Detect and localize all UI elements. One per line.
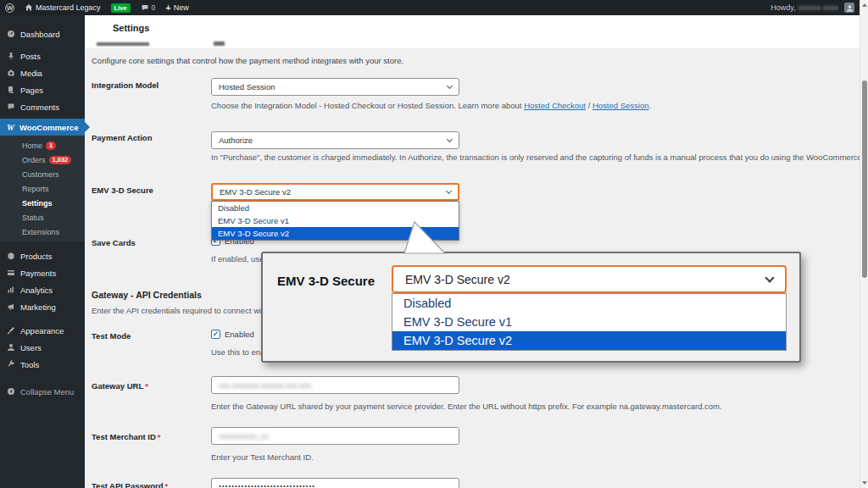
sidebar-item-label: Tools — [20, 360, 39, 369]
clipped-text-fragment — [97, 42, 149, 46]
magnifier-overlay: EMV 3-D Secure EMV 3-D Secure v2 Disable… — [261, 252, 801, 363]
user-icon — [7, 343, 15, 352]
check-icon: ✓ — [213, 330, 220, 338]
chevron-down-icon — [447, 82, 453, 88]
overlay-emv-label: EMV 3-D Secure — [277, 274, 375, 288]
test-api-password-label: Test API Password* — [92, 481, 168, 488]
submenu-item-customers[interactable]: Customers — [0, 167, 85, 181]
submenu-item-label: Status — [22, 214, 44, 222]
label-text: Test Merchant ID — [92, 432, 156, 441]
submenu-item-status[interactable]: Status — [0, 210, 85, 225]
test-mode-label: Test Mode — [92, 331, 131, 341]
section-intro: Configure core settings that control how… — [92, 56, 403, 65]
collapse-arrow-icon — [7, 387, 15, 396]
sidebar-item-comments[interactable]: Comments — [0, 98, 85, 115]
site-name-link[interactable]: Mastercard Legacy — [19, 0, 106, 15]
sidebar-item-pages[interactable]: Pages — [0, 81, 85, 98]
emv-select[interactable]: EMV 3-D Secure v2 — [211, 183, 459, 201]
admin-sidebar: Dashboard Posts Media Pages Comments W W… — [0, 15, 85, 488]
submenu-item-extensions[interactable]: Extensions — [0, 225, 85, 239]
api-credentials-section-title: Gateway - API Credentials — [92, 290, 202, 300]
label-text: Test API Password — [92, 481, 163, 488]
integration-model-select[interactable]: Hosted Session — [211, 78, 459, 96]
sidebar-item-label: Analytics — [20, 286, 53, 295]
comments-link[interactable]: 0 — [136, 0, 161, 15]
collapse-menu-button[interactable]: Collapse Menu — [0, 383, 85, 400]
sidebar-item-marketing[interactable]: Marketing — [0, 298, 85, 315]
count-badge: 1 — [46, 141, 56, 150]
sidebar-item-products[interactable]: Products — [0, 247, 85, 264]
payment-action-select[interactable]: Authorize — [211, 131, 459, 149]
emv-label: EMV 3-D Secure — [92, 186, 153, 195]
site-name: Mastercard Legacy — [36, 3, 101, 12]
wordpress-logo-menu[interactable]: W — [0, 0, 19, 15]
sidebar-item-analytics[interactable]: Analytics — [0, 281, 85, 298]
sidebar-item-media[interactable]: Media — [0, 64, 85, 81]
required-asterisk: * — [158, 432, 161, 441]
test-mode-checkbox[interactable]: ✓ — [211, 330, 220, 339]
sidebar-item-label: Collapse Menu — [20, 387, 74, 396]
sidebar-item-payments[interactable]: Payments — [0, 264, 85, 281]
sidebar-item-label: Marketing — [20, 302, 56, 312]
redacted-value: xxx.xxxxxxx.xxxxxx.xxx.xxx — [219, 381, 311, 390]
sidebar-item-label: Products — [20, 252, 53, 261]
submenu-item-reports[interactable]: Reports — [0, 181, 85, 196]
submenu-item-label: Customers — [22, 170, 59, 179]
test-merchant-id-input[interactable]: xxxxxxxxxx_xx — [211, 427, 459, 445]
gateway-url-label: Gateway URL* — [92, 381, 148, 391]
overlay-option-disabled[interactable]: Disabled — [392, 294, 786, 313]
submenu-item-home[interactable]: Home 1 — [0, 138, 85, 152]
sidebar-item-label: Pages — [20, 86, 43, 95]
required-asterisk: * — [145, 381, 148, 391]
scrollbar-down-arrow[interactable] — [862, 481, 867, 485]
camera-icon — [7, 69, 15, 77]
environment-badge: Live — [106, 0, 136, 15]
howdy-text: Howdy, — [771, 3, 795, 12]
overlay-option-v1[interactable]: EMV 3-D Secure v1 — [392, 313, 786, 331]
wrench-icon — [7, 360, 15, 369]
user-display-name: xxxxxx xxxx — [798, 3, 838, 12]
wordpress-admin-screen: W Mastercard Legacy Live 0 + New Howdy, … — [0, 0, 868, 488]
sidebar-item-label: Payments — [20, 269, 56, 278]
active-menu-arrow — [85, 122, 90, 132]
woocommerce-icon: W — [7, 123, 14, 132]
sidebar-item-appearance[interactable]: Appearance — [0, 322, 85, 339]
person-icon — [846, 4, 854, 12]
hosted-checkout-link[interactable]: Hosted Checkout — [524, 101, 586, 110]
hosted-session-link[interactable]: Hosted Session — [593, 101, 649, 110]
sidebar-item-woocommerce[interactable]: W WooCommerce — [0, 119, 85, 136]
admin-bar: W Mastercard Legacy Live 0 + New Howdy, … — [0, 0, 860, 15]
sidebar-item-tools[interactable]: Tools — [0, 356, 85, 373]
scrollbar-thumb[interactable] — [862, 80, 867, 278]
credit-card-icon — [7, 269, 15, 277]
sidebar-item-users[interactable]: Users — [0, 339, 85, 356]
overlay-option-v2-selected[interactable]: EMV 3-D Secure v2 — [392, 331, 786, 350]
submenu-item-settings[interactable]: Settings — [0, 196, 85, 210]
save-cards-label: Save Cards — [92, 238, 136, 247]
clipped-heading-strip — [85, 41, 860, 48]
submenu-item-label: Settings — [22, 199, 53, 208]
user-account-menu[interactable]: Howdy, xxxxxx xxxx — [765, 0, 860, 15]
sidebar-item-posts[interactable]: Posts — [0, 47, 85, 64]
page-header: Settings — [85, 15, 860, 41]
sidebar-item-dashboard[interactable]: Dashboard — [0, 25, 85, 42]
help-text: Choose the Integration Model - Hosted Ch… — [211, 101, 524, 110]
page-title: Settings — [113, 23, 149, 33]
new-label: New — [174, 3, 189, 12]
live-badge: Live — [111, 3, 131, 13]
submenu-item-label: Orders — [22, 156, 46, 164]
gateway-url-input[interactable]: xxx.xxxxxxx.xxxxxx.xxx.xxx — [211, 376, 459, 394]
sidebar-item-label: WooCommerce — [19, 123, 79, 132]
plus-icon: + — [165, 3, 170, 12]
new-content-menu[interactable]: + New — [160, 0, 193, 15]
test-api-password-input[interactable]: •••••••••••••••••••••••••••••• — [211, 478, 459, 488]
dropdown-option-disabled[interactable]: Disabled — [212, 202, 459, 214]
chevron-down-icon — [447, 136, 453, 141]
submenu-item-label: Reports — [22, 185, 49, 193]
pin-icon — [7, 52, 15, 60]
password-dots: •••••••••••••••••••••••••••••• — [219, 482, 315, 488]
woocommerce-submenu: Home 1 Orders 1,032 Customers Reports Se… — [0, 136, 85, 241]
overlay-emv-select[interactable]: EMV 3-D Secure v2 — [392, 265, 787, 293]
scrollbar-up-arrow[interactable] — [862, 3, 867, 7]
submenu-item-orders[interactable]: Orders 1,032 — [0, 152, 85, 167]
